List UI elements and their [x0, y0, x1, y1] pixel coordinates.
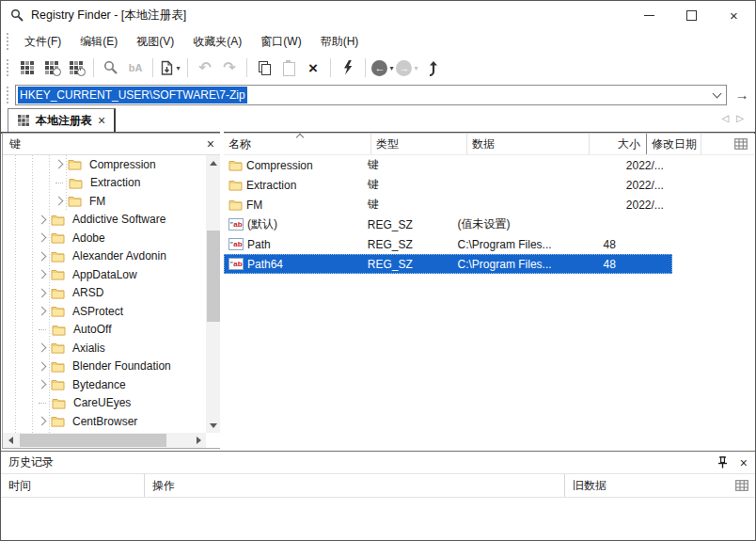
tree-item[interactable]: CareUEyes [3, 394, 206, 413]
tree-item[interactable]: AutoOff [3, 321, 206, 340]
vertical-scroll-thumb[interactable] [207, 231, 220, 322]
minimize-button[interactable] [628, 1, 670, 29]
tree-vertical-scrollbar[interactable] [206, 155, 221, 433]
expand-chevron-icon[interactable] [38, 288, 47, 297]
expand-chevron-icon[interactable] [38, 380, 47, 390]
tree-item[interactable]: CentBrowser [3, 412, 206, 431]
tree-item[interactable]: Adobe [3, 229, 206, 247]
address-input[interactable]: HKEY_CURRENT_USER\SOFTWARE\7-Zip [15, 85, 727, 105]
close-button[interactable]: × [713, 1, 755, 29]
expand-chevron-icon[interactable] [38, 233, 47, 243]
history-column-time[interactable]: 时间 [1, 474, 145, 497]
menu-item[interactable]: 文件(F) [15, 30, 71, 54]
tree-item[interactable]: Compression [3, 155, 206, 174]
history-column-operation[interactable]: 操作 [145, 474, 565, 497]
expand-chevron-icon[interactable] [55, 160, 64, 169]
history-empty-area [1, 498, 755, 541]
navigate-back-button[interactable]: ← ▾ [371, 56, 394, 79]
tree-item[interactable]: FM [3, 192, 206, 211]
refresh-button[interactable] [337, 56, 359, 79]
tab-scroll-left-icon[interactable]: ◁ [722, 113, 730, 123]
tree-item[interactable]: Alexander Avdonin [3, 247, 206, 266]
go-button[interactable]: → [731, 85, 753, 105]
registry-power-icon [70, 61, 83, 74]
tree-item[interactable]: Addictive Software [3, 211, 206, 230]
value-row[interactable]: abPathREG_SZC:\Program Files...48 [224, 234, 754, 254]
expand-chevron-icon[interactable] [38, 417, 47, 426]
redo-button[interactable]: ↷ [218, 56, 241, 79]
column-header-modified[interactable]: 修改日期 [647, 134, 701, 154]
address-selected-text: HKEY_CURRENT_USER\SOFTWARE\7-Zip [18, 87, 247, 103]
menu-item[interactable]: 收藏夹(A) [183, 30, 251, 54]
registry-globe-icon [45, 61, 58, 74]
replace-button[interactable]: bA [124, 56, 147, 79]
menubar-grip-handle[interactable] [7, 33, 9, 50]
copy-button[interactable] [253, 56, 276, 79]
value-row[interactable]: ab(默认)REG_SZ(值未设置) [224, 215, 754, 234]
scroll-up-button[interactable] [206, 155, 221, 170]
tree-horizontal-scrollbar[interactable] [3, 433, 206, 448]
tab-scroll-right-icon[interactable]: ▷ [736, 113, 744, 123]
column-header-type[interactable]: 类型 [371, 134, 467, 154]
tree-item[interactable]: Extraction [3, 174, 206, 193]
tree-item[interactable]: ASProtect [3, 302, 206, 321]
value-row[interactable]: Extraction键2022/... [224, 175, 754, 195]
tree-item[interactable]: Axialis [3, 339, 206, 358]
menu-item[interactable]: 视图(V) [127, 30, 183, 54]
delete-button[interactable]: × [302, 56, 324, 79]
tree-item-label: AutoOff [73, 323, 111, 336]
address-dropdown-button[interactable] [708, 87, 725, 103]
go-up-button[interactable] [420, 56, 443, 79]
menu-item[interactable]: 编辑(E) [71, 30, 127, 54]
import-reg-file-button[interactable]: ▾ [159, 56, 181, 79]
expand-chevron-icon[interactable] [38, 307, 47, 316]
navigate-forward-button[interactable]: → ▾ [396, 56, 418, 79]
scroll-down-button[interactable] [206, 418, 221, 433]
tree-item[interactable]: ARSD [3, 284, 206, 303]
tree-item[interactable]: AppDataLow [3, 265, 206, 284]
find-button[interactable] [100, 56, 122, 79]
expand-chevron-icon[interactable] [55, 197, 64, 206]
value-cell-name: ab(默认) [224, 215, 363, 234]
horizontal-scroll-thumb[interactable] [20, 434, 166, 447]
connect-local-registry-button[interactable] [16, 56, 39, 79]
toolbar-grip-handle[interactable] [7, 59, 9, 76]
disconnect-registry-button[interactable] [65, 56, 87, 79]
column-chooser-icon[interactable] [734, 138, 748, 150]
scroll-left-button[interactable] [3, 433, 18, 448]
tree-item[interactable]: Bytedance [3, 375, 206, 394]
undo-button[interactable]: ↶ [194, 56, 216, 79]
value-row[interactable]: abPath64REG_SZC:\Program Files...48 [224, 254, 754, 274]
expand-chevron-icon[interactable] [38, 361, 47, 371]
pin-icon[interactable] [717, 456, 728, 469]
paste-button[interactable] [277, 56, 300, 79]
expand-chevron-icon[interactable] [38, 270, 47, 279]
column-header-name[interactable]: 名称 [224, 134, 371, 154]
column-header-size[interactable]: 大小 [590, 134, 647, 154]
tab-close-icon[interactable]: × [98, 114, 105, 127]
value-cell-data: (值未设置) [453, 215, 568, 234]
tree-item-label: ARSD [72, 286, 103, 299]
toolbar-separator [187, 58, 188, 77]
expand-chevron-icon[interactable] [38, 215, 47, 224]
value-row[interactable]: FM键2022/... [224, 195, 754, 215]
menu-item[interactable]: 帮助(H) [311, 30, 369, 54]
history-column-old-data[interactable]: 旧数据 [565, 474, 755, 497]
history-column-chooser-icon[interactable] [735, 480, 748, 491]
history-close-icon[interactable]: × [740, 456, 748, 469]
maximize-button[interactable] [670, 1, 713, 29]
expand-chevron-icon[interactable] [38, 343, 47, 353]
column-header-data[interactable]: 数据 [467, 134, 590, 154]
menu-item[interactable]: 窗口(W) [251, 30, 310, 54]
expand-chevron-icon[interactable] [38, 251, 47, 261]
key-panel-close-icon[interactable]: × [207, 137, 214, 151]
value-cell-size [568, 175, 622, 195]
connect-remote-registry-button[interactable] [40, 56, 63, 79]
app-magnifier-icon [10, 8, 24, 23]
scroll-right-button[interactable] [191, 433, 206, 448]
tab-local-registry[interactable]: 本地注册表 × [8, 108, 116, 132]
addressbar-grip-handle[interactable] [7, 87, 9, 103]
go-arrow-icon: → [735, 87, 749, 103]
value-row[interactable]: Compression键2022/... [224, 155, 754, 175]
tree-item[interactable]: Blender Foundation [3, 358, 206, 376]
